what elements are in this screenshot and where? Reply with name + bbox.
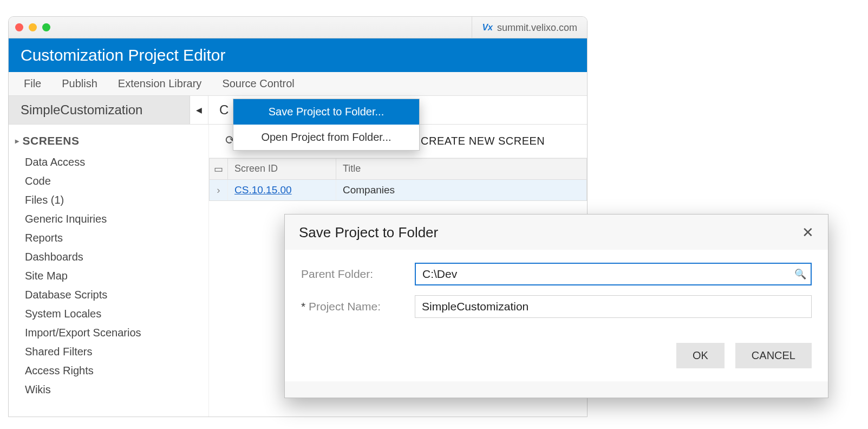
page-title: Customization Project Editor (9, 38, 587, 72)
project-name-input[interactable] (415, 295, 812, 318)
menubar: File Publish Extension Library Source Co… (9, 72, 587, 96)
menu-extension-library[interactable]: Extension Library (118, 77, 202, 90)
save-project-dialog: Save Project to Folder ✕ Parent Folder: … (284, 214, 828, 398)
window-controls (15, 23, 50, 31)
menu-file[interactable]: File (24, 77, 41, 90)
grid-header: ▭ Screen ID Title (210, 159, 586, 180)
col-title[interactable]: Title (336, 159, 586, 179)
create-new-screen-button[interactable]: CREATE NEW SCREEN (421, 135, 545, 147)
browser-tab[interactable]: Vx summit.velixo.com (472, 17, 587, 38)
sidebar: SCREENS Data Access Code Files (1) Gener… (9, 125, 209, 417)
menu-save-project-to-folder[interactable]: Save Project to Folder... (233, 99, 419, 125)
sidebar-item-code[interactable]: Code (25, 172, 203, 191)
cancel-button[interactable]: CANCEL (735, 343, 812, 368)
sidebar-item-access-rights[interactable]: Access Rights (25, 361, 203, 380)
row-indicator-icon: › (210, 180, 228, 200)
screens-grid: ▭ Screen ID Title › CS.10.15.00 Companie… (209, 158, 587, 201)
sidebar-item-shared-filters[interactable]: Shared Filters (25, 342, 203, 361)
search-icon[interactable]: 🔍 (794, 268, 806, 280)
sidebar-item-generic-inquiries[interactable]: Generic Inquiries (25, 210, 203, 229)
project-tab[interactable]: SimpleCustomization (9, 96, 190, 124)
sidebar-item-site-map[interactable]: Site Map (25, 266, 203, 285)
sidebar-item-files[interactable]: Files (1) (25, 191, 203, 210)
col-screen-id[interactable]: Screen ID (228, 159, 336, 179)
menu-source-control[interactable]: Source Control (222, 77, 294, 90)
label-parent-folder: Parent Folder: (301, 268, 415, 281)
label-project-name: Project Name: (301, 300, 415, 313)
ok-button[interactable]: OK (676, 343, 725, 368)
source-control-menu: Save Project to Folder... Open Project f… (233, 99, 420, 151)
sidebar-item-data-access[interactable]: Data Access (25, 153, 203, 172)
sidebar-item-wikis[interactable]: Wikis (25, 380, 203, 399)
sidebar-item-system-locales[interactable]: System Locales (25, 304, 203, 323)
screen-title-cell: Companies (336, 180, 586, 200)
sidebar-heading-screens[interactable]: SCREENS (25, 134, 203, 147)
sidebar-item-database-scripts[interactable]: Database Scripts (25, 285, 203, 304)
collapse-sidebar-icon[interactable]: ◀ (190, 96, 208, 124)
table-row[interactable]: › CS.10.15.00 Companies (210, 180, 586, 200)
column-selector-icon[interactable]: ▭ (210, 159, 228, 179)
sidebar-item-reports[interactable]: Reports (25, 229, 203, 248)
browser-host: summit.velixo.com (497, 22, 577, 34)
menu-open-project-from-folder[interactable]: Open Project from Folder... (233, 125, 419, 150)
parent-folder-input[interactable] (415, 263, 812, 285)
sidebar-item-import-export[interactable]: Import/Export Scenarios (25, 323, 203, 342)
zoom-window-icon[interactable] (42, 23, 50, 31)
minimize-window-icon[interactable] (29, 23, 37, 31)
close-icon[interactable]: ✕ (802, 224, 814, 241)
titlebar: Vx summit.velixo.com (9, 17, 587, 38)
menu-publish[interactable]: Publish (62, 77, 97, 90)
screen-id-link[interactable]: CS.10.15.00 (234, 184, 292, 196)
close-window-icon[interactable] (15, 23, 23, 31)
brand-icon: Vx (482, 23, 493, 32)
dialog-title: Save Project to Folder (299, 224, 438, 241)
sidebar-item-dashboards[interactable]: Dashboards (25, 248, 203, 266)
